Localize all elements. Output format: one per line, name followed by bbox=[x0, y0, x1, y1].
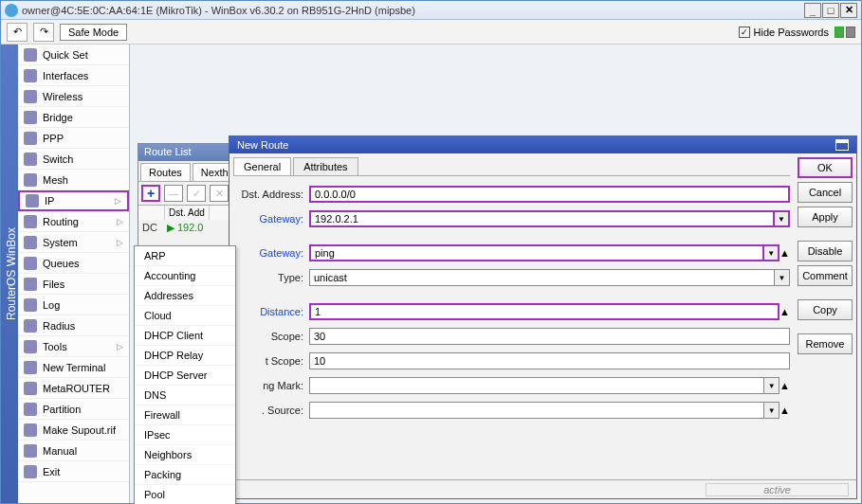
label-routing_mark: ng Mark: bbox=[233, 380, 309, 391]
ok-button[interactable]: OK bbox=[798, 157, 853, 178]
sidebar-item-exit[interactable]: Exit bbox=[18, 461, 129, 482]
sidebar-item-files[interactable]: Files bbox=[18, 274, 129, 295]
sidebar-item-interfaces[interactable]: Interfaces bbox=[18, 65, 129, 86]
submenu-pool[interactable]: Pool bbox=[135, 485, 235, 504]
disable-button[interactable]: ✕ bbox=[210, 185, 229, 202]
sidebar-item-switch[interactable]: Switch bbox=[18, 149, 129, 170]
cancel-button[interactable]: Cancel bbox=[798, 182, 853, 203]
chevron-right-icon: ▷ bbox=[115, 196, 121, 206]
check_gateway-input[interactable] bbox=[309, 244, 764, 261]
sidebar-item-manual[interactable]: Manual bbox=[18, 441, 129, 461]
sidebar-item-system[interactable]: System▷ bbox=[18, 232, 129, 253]
sidebar-item-mesh[interactable]: Mesh bbox=[18, 170, 129, 190]
label-dst_address: Dst. Address: bbox=[233, 189, 309, 200]
sidebar-item-radius[interactable]: Radius bbox=[18, 315, 129, 336]
submenu-addresses[interactable]: Addresses bbox=[135, 286, 235, 306]
sidebar-item-routing[interactable]: Routing▷ bbox=[18, 211, 129, 232]
scope-input[interactable] bbox=[309, 328, 790, 345]
new-route-title: New Route bbox=[237, 139, 288, 151]
chevron-right-icon: ▷ bbox=[117, 342, 123, 351]
chevron-right-icon: ▷ bbox=[117, 217, 123, 226]
dropdown-button[interactable]: ▼ bbox=[775, 269, 790, 286]
remove-button[interactable]: — bbox=[164, 185, 183, 202]
dropdown-button[interactable]: ▼ bbox=[764, 377, 779, 394]
distance-input[interactable] bbox=[309, 303, 779, 320]
submenu-dhcp-server[interactable]: DHCP Server bbox=[135, 366, 235, 386]
submenu-packing[interactable]: Packing bbox=[135, 465, 235, 485]
window-title: owner@4C:5E:0C:AA:64:1E (MikroTik) - Win… bbox=[22, 5, 804, 16]
status-bar: active bbox=[229, 479, 856, 498]
target_scope-input[interactable] bbox=[309, 352, 790, 369]
chevron-right-icon: ▷ bbox=[117, 238, 123, 247]
submenu-arp[interactable]: ARP bbox=[135, 246, 235, 266]
collapse-icon[interactable]: ▲ bbox=[779, 380, 790, 391]
gateway-input[interactable] bbox=[309, 210, 775, 227]
menu-icon bbox=[24, 423, 37, 437]
maximize-button[interactable] bbox=[835, 139, 849, 151]
dropdown-button[interactable]: ▼ bbox=[775, 210, 790, 227]
comment-button[interactable]: Comment bbox=[798, 265, 853, 286]
submenu-accounting[interactable]: Accounting bbox=[135, 266, 235, 286]
vertical-brand: RouterOS WinBox bbox=[1, 45, 18, 503]
sidebar-item-tools[interactable]: Tools▷ bbox=[18, 336, 129, 357]
close-button[interactable]: ✕ bbox=[840, 3, 857, 18]
menu-icon bbox=[24, 361, 37, 374]
dst_address-input[interactable] bbox=[309, 186, 790, 203]
sidebar-item-ip[interactable]: IP▷ bbox=[18, 190, 129, 211]
apply-button[interactable]: Apply bbox=[798, 207, 853, 227]
lock-icon bbox=[846, 27, 855, 38]
label-pref_source: . Source: bbox=[233, 405, 309, 416]
dropdown-button[interactable]: ▼ bbox=[764, 244, 779, 261]
type-input[interactable] bbox=[309, 269, 775, 286]
disable-button[interactable]: Disable bbox=[798, 241, 853, 261]
tab-general[interactable]: General bbox=[233, 157, 291, 175]
lock-icon bbox=[834, 27, 844, 38]
menu-icon bbox=[24, 90, 37, 103]
enable-button[interactable]: ✓ bbox=[187, 185, 206, 202]
menu-icon bbox=[24, 153, 37, 166]
submenu-dhcp-client[interactable]: DHCP Client bbox=[135, 326, 235, 346]
sidebar-item-log[interactable]: Log bbox=[18, 295, 129, 315]
copy-button[interactable]: Copy bbox=[798, 299, 853, 320]
titlebar: owner@4C:5E:0C:AA:64:1E (MikroTik) - Win… bbox=[1, 1, 861, 20]
menu-icon bbox=[24, 111, 37, 124]
add-button[interactable]: + bbox=[141, 185, 160, 202]
collapse-icon[interactable]: ▲ bbox=[779, 306, 790, 317]
remove-button[interactable]: Remove bbox=[798, 333, 853, 354]
collapse-icon[interactable]: ▲ bbox=[779, 405, 790, 416]
label-type: Type: bbox=[233, 272, 309, 283]
maximize-button[interactable]: □ bbox=[822, 3, 839, 18]
sidebar-item-make-supout-rif[interactable]: Make Supout.rif bbox=[18, 420, 129, 441]
submenu-neighbors[interactable]: Neighbors bbox=[135, 445, 235, 465]
toolbar: ↶ ↷ Safe Mode ✓ Hide Passwords bbox=[1, 20, 861, 45]
pref_source-input[interactable] bbox=[309, 402, 764, 419]
submenu-ipsec[interactable]: IPsec bbox=[135, 425, 235, 445]
label-distance: Distance: bbox=[233, 306, 309, 317]
redo-button[interactable]: ↷ bbox=[33, 23, 54, 42]
submenu-firewall[interactable]: Firewall bbox=[135, 405, 235, 425]
safe-mode-button[interactable]: Safe Mode bbox=[60, 24, 127, 41]
sidebar-item-wireless[interactable]: Wireless bbox=[18, 86, 129, 107]
menu-icon bbox=[26, 194, 39, 207]
sidebar-item-metarouter[interactable]: MetaROUTER bbox=[18, 378, 129, 399]
menu-icon bbox=[24, 444, 37, 458]
tab-attributes[interactable]: Attributes bbox=[293, 157, 358, 175]
tab-routes[interactable]: Routes bbox=[140, 163, 191, 181]
submenu-cloud[interactable]: Cloud bbox=[135, 306, 235, 326]
sidebar-item-queues[interactable]: Queues bbox=[18, 253, 129, 274]
menu-icon bbox=[24, 69, 37, 82]
collapse-icon[interactable]: ▲ bbox=[779, 247, 790, 259]
sidebar-item-partition[interactable]: Partition bbox=[18, 399, 129, 420]
submenu-dhcp-relay[interactable]: DHCP Relay bbox=[135, 346, 235, 366]
sidebar-item-quick-set[interactable]: Quick Set bbox=[18, 45, 129, 65]
dropdown-button[interactable]: ▼ bbox=[764, 402, 779, 419]
undo-button[interactable]: ↶ bbox=[7, 23, 28, 42]
sidebar-item-bridge[interactable]: Bridge bbox=[18, 107, 129, 128]
hide-passwords-checkbox[interactable]: ✓ Hide Passwords bbox=[739, 27, 829, 38]
sidebar-item-ppp[interactable]: PPP bbox=[18, 128, 129, 149]
menu-icon bbox=[24, 319, 37, 333]
submenu-dns[interactable]: DNS bbox=[135, 386, 235, 405]
routing_mark-input[interactable] bbox=[309, 377, 764, 394]
sidebar-item-new-terminal[interactable]: New Terminal bbox=[18, 357, 129, 378]
minimize-button[interactable]: _ bbox=[804, 3, 821, 18]
